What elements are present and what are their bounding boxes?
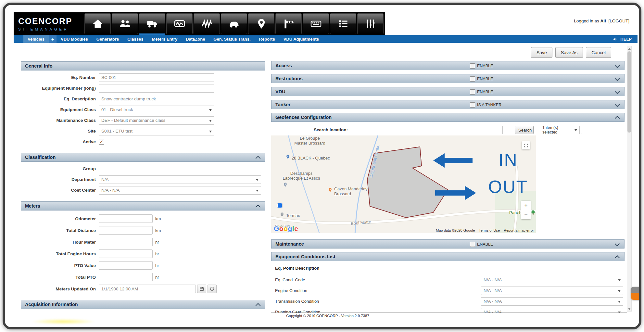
collapse-chevron-icon[interactable]: [615, 116, 620, 121]
map-pin-gazon[interactable]: [328, 187, 333, 192]
tanker-panel-header[interactable]: Tanker IS A TANKER: [271, 100, 625, 109]
engine-condition-select[interactable]: N/A - N/A: [481, 287, 623, 295]
running-gear-condition-select[interactable]: N/A - N/A: [481, 308, 623, 313]
nav-add-vehicle-button[interactable]: +: [49, 35, 57, 43]
geofence-polygon[interactable]: [367, 147, 448, 218]
header-tab-home[interactable]: [84, 13, 111, 34]
map-pin-28-black[interactable]: [285, 154, 290, 159]
vertical-scrollbar[interactable]: [627, 46, 632, 312]
header-tab-datazone[interactable]: [248, 13, 274, 34]
odometer-input[interactable]: [99, 214, 153, 223]
header-tab-gen-status[interactable]: [275, 13, 302, 34]
site-select[interactable]: S001 - ETU test: [99, 127, 214, 135]
search-location-input[interactable]: [350, 126, 503, 134]
time-picker-button[interactable]: [208, 285, 217, 293]
header-tab-reports[interactable]: [330, 13, 356, 34]
field-label: Department: [21, 177, 99, 182]
collapse-chevron-icon[interactable]: [256, 303, 261, 308]
geofence-selection-dropdown[interactable]: 1 item(s) selected: [540, 126, 580, 134]
group-input[interactable]: [99, 165, 261, 173]
terms-of-use-link[interactable]: Terms of Use: [479, 228, 500, 232]
nav-tab-classes[interactable]: Classes: [123, 35, 147, 43]
scrollbar-thumb[interactable]: [627, 51, 631, 133]
expand-chevron-icon[interactable]: [615, 63, 620, 68]
eq-number-long-input[interactable]: [99, 84, 214, 93]
save-button[interactable]: Save: [531, 47, 552, 58]
maintenance-class-select[interactable]: DEF - Default maintenance class: [99, 116, 214, 125]
access-enable-checkbox[interactable]: [470, 63, 475, 69]
help-link[interactable]: HELP: [620, 37, 632, 42]
hour-meter-input[interactable]: [99, 238, 153, 246]
total-pto-input[interactable]: [99, 273, 153, 281]
save-as-button[interactable]: Save As: [555, 47, 583, 58]
announcements-icon[interactable]: [613, 37, 618, 42]
select-value: N/A - N/A: [484, 288, 502, 293]
access-panel-header[interactable]: Access ENABLE: [271, 61, 625, 70]
transmission-condition-select[interactable]: N/A - N/A: [481, 297, 623, 306]
nav-tab-reports[interactable]: Reports: [255, 35, 279, 43]
collapse-chevron-icon[interactable]: [256, 156, 261, 161]
acquisition-header[interactable]: Acquisition Information: [21, 300, 265, 309]
geofence-extra-input[interactable]: [581, 126, 621, 134]
unit-label: hr: [155, 251, 159, 256]
zoom-out-button[interactable]: −: [521, 210, 531, 219]
nav-tab-generators[interactable]: Generators: [92, 35, 123, 43]
map-pin-deschamps[interactable]: [283, 182, 288, 187]
logout-link[interactable]: [LOGOUT]: [608, 19, 629, 23]
collapse-chevron-icon[interactable]: [256, 205, 261, 210]
geofences-panel-header[interactable]: Geofences Configuration: [271, 113, 625, 122]
nav-tab-datazone[interactable]: DataZone: [182, 35, 209, 43]
meters-header[interactable]: Meters: [21, 201, 265, 211]
nav-tab-vehicles[interactable]: Vehicles: [23, 35, 49, 43]
vdu-enable-checkbox[interactable]: [470, 89, 475, 95]
cost-center-select[interactable]: N/A - N/A: [99, 186, 261, 195]
restrictions-panel-header[interactable]: Restrictions ENABLE: [271, 74, 625, 83]
header-tab-meters-entry[interactable]: [303, 13, 329, 34]
scroll-down-button[interactable]: [627, 306, 631, 311]
meters-updated-on-input[interactable]: [99, 285, 196, 293]
coencorp-logo[interactable]: COENCORP SITEMANAGER: [14, 12, 83, 35]
header-tab-vdu-modules[interactable]: [166, 13, 193, 34]
cancel-button[interactable]: Cancel: [586, 47, 611, 58]
department-select[interactable]: N/A: [99, 175, 261, 184]
header-tab-users[interactable]: [112, 13, 138, 34]
scroll-up-button[interactable]: [627, 46, 631, 51]
field-label: Eq. Number: [21, 75, 99, 80]
equipment-conditions-header[interactable]: Equipment Conditions List: [271, 252, 625, 261]
eq-number-input[interactable]: [99, 73, 214, 82]
calendar-picker-button[interactable]: [197, 285, 206, 293]
expand-chevron-icon[interactable]: [615, 89, 620, 94]
collapse-chevron-icon[interactable]: [615, 255, 620, 261]
header-tab-vdu-adjustments[interactable]: [357, 13, 384, 34]
map-fullscreen-button[interactable]: [522, 141, 530, 149]
restrictions-enable-checkbox[interactable]: [470, 76, 475, 82]
active-checkbox[interactable]: [99, 139, 104, 145]
nav-tab-gen-status-trans[interactable]: Gen. Status Trans.: [209, 35, 255, 43]
map-pin-tormax[interactable]: [280, 212, 284, 217]
nav-tab-meters-entry[interactable]: Meters Entry: [147, 35, 182, 43]
total-engine-hours-input[interactable]: [99, 249, 153, 258]
total-distance-input[interactable]: [99, 226, 153, 235]
transit-station-icon[interactable]: [277, 203, 282, 208]
expand-chevron-icon[interactable]: [615, 102, 620, 107]
eq-cond-code-select[interactable]: N/A - N/A: [481, 276, 623, 284]
nav-tab-vdu-modules[interactable]: VDU Modules: [57, 35, 92, 43]
report-map-error-link[interactable]: Report a map error: [504, 228, 534, 232]
zoom-in-button[interactable]: +: [521, 201, 531, 210]
expand-chevron-icon[interactable]: [615, 241, 620, 247]
eq-description-input[interactable]: [99, 95, 214, 103]
equipment-class-select[interactable]: 01 - Diesel truck: [99, 106, 214, 114]
vdu-panel-header[interactable]: VDU ENABLE: [271, 87, 625, 96]
header-tab-vehicles[interactable]: [139, 13, 165, 34]
header-tab-generators[interactable]: [194, 13, 220, 34]
expand-chevron-icon[interactable]: [615, 76, 620, 81]
maintenance-enable-checkbox[interactable]: [470, 242, 475, 247]
chat-widget-button[interactable]: [631, 287, 641, 300]
maintenance-panel-header[interactable]: Maintenance ENABLE: [271, 239, 625, 249]
header-tab-classes[interactable]: [221, 13, 247, 34]
is-a-tanker-checkbox[interactable]: [470, 102, 475, 108]
nav-tab-vdu-adjustments[interactable]: VDU Adjustments: [279, 35, 323, 43]
pto-value-input[interactable]: [99, 261, 153, 270]
geofence-search-button[interactable]: Search: [515, 126, 534, 134]
classification-header[interactable]: Classification: [21, 153, 265, 162]
